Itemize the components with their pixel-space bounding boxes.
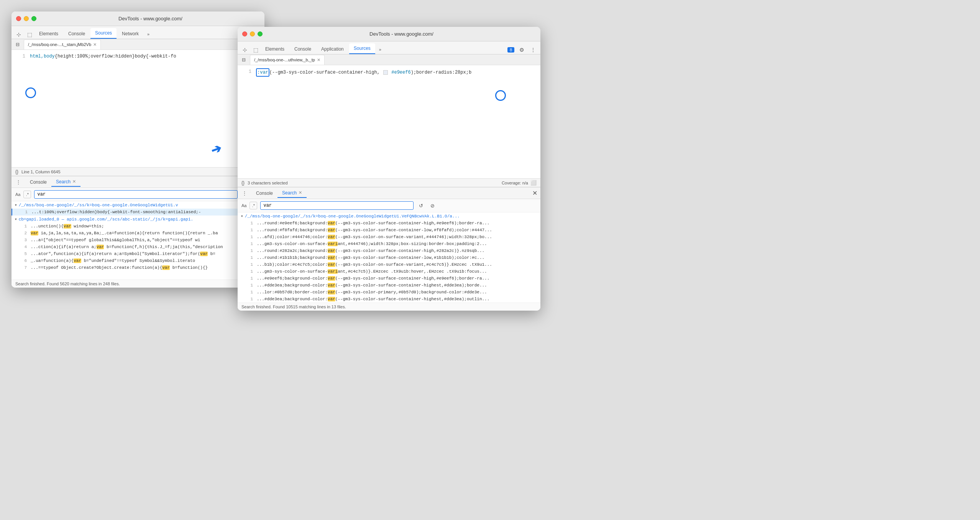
right-refresh-btn[interactable]: ↺ xyxy=(417,201,425,210)
right-result-file-1-header[interactable]: ▾ /_/mss/boq-one-google/_/ss/k=boq-one-g… xyxy=(238,212,540,220)
left-result-row-1-1[interactable]: 1 ...t:100%;overflow:hidden}body{-webkit… xyxy=(11,209,264,216)
left-aa-label[interactable]: Aa xyxy=(15,192,20,197)
right-aa-label[interactable]: Aa xyxy=(241,203,246,208)
left-search-results: ▾ /_/mss/boq-one-google/_/ss/k=boq-one-g… xyxy=(11,201,264,280)
right-blue-circle xyxy=(495,90,506,101)
sidebar-toggle-left[interactable]: ⊟ xyxy=(14,41,21,48)
left-title-text: DevTools - www.google.com/ xyxy=(41,16,260,21)
right-settings-icon[interactable]: ⚙ xyxy=(517,46,526,54)
left-title-bar: DevTools - www.google.com/ xyxy=(11,12,264,26)
maximize-button-left[interactable] xyxy=(31,16,36,21)
tab-sources-right[interactable]: Sources xyxy=(349,43,375,54)
right-code-area: 1 :var(--gm3-sys-color-surface-container… xyxy=(238,65,540,178)
left-status-text: Line 1, Column 6645 xyxy=(21,169,61,174)
left-file-tab[interactable]: /_/mss/boq-one-...t,_stam,jMb2Vb ✕ xyxy=(24,39,101,49)
right-file-tab[interactable]: /_/mss/boq-one-...uthview,_b,_tp ✕ xyxy=(250,55,325,65)
right-search-results: ▾ /_/mss/boq-one-google/_/ss/k=boq-one-g… xyxy=(238,212,540,303)
left-panel-more-icon[interactable]: ⋮ xyxy=(15,178,22,186)
left-file-tab-bar: ⊟ /_/mss/boq-one-...t,_stam,jMb2Vb ✕ xyxy=(11,39,264,50)
left-result-row-2-5[interactable]: 5 ...ator",function(a){if(a)return a;a=S… xyxy=(11,250,264,257)
tab-elements-left[interactable]: Elements xyxy=(34,29,63,39)
right-file-tab-name: /_/mss/boq-one-...uthview,_b,_tp xyxy=(254,58,315,62)
right-device-icon[interactable]: ⬚ xyxy=(251,46,260,54)
tab-elements-right[interactable]: Elements xyxy=(261,44,289,54)
right-result-row-2[interactable]: 1 ...round:#f8fafd;background:var(--gm3-… xyxy=(238,227,540,234)
left-result-file-2-name: cb=gapi.loaded_0 — apis.google.com/_/scs… xyxy=(19,217,193,222)
right-file-tab-close[interactable]: ✕ xyxy=(317,58,320,63)
traffic-lights-left xyxy=(16,16,36,21)
minimize-button-left[interactable] xyxy=(24,16,29,21)
right-status-text: 3 characters selected xyxy=(248,181,288,185)
right-result-row-11[interactable]: 1 ...lor:#0b57d0;border-color:var(--gm3-… xyxy=(238,289,540,296)
right-result-row-12[interactable]: 1 ...#dde3ea;background-color:var(--gm3-… xyxy=(238,296,540,303)
left-result-row-2-1[interactable]: 1 ...unction(){var window=this; xyxy=(11,223,264,230)
tab-application-right[interactable]: Application xyxy=(317,44,348,54)
left-result-row-2-3[interactable]: 3 ...a=["object"==typeof globalThis&&glo… xyxy=(11,237,264,244)
right-search-status: Search finished. Found 10515 matching li… xyxy=(238,303,540,311)
right-search-close[interactable]: ✕ xyxy=(299,190,302,195)
right-panel-close-btn[interactable]: ✕ xyxy=(532,189,537,197)
tab-console-right[interactable]: Console xyxy=(290,44,316,54)
right-result-row-5[interactable]: 1 ...round:#282a2c;background:var(--gm3-… xyxy=(238,247,540,254)
close-button-left[interactable] xyxy=(16,16,21,21)
maximize-button-right[interactable] xyxy=(258,31,263,36)
right-result-row-6[interactable]: 1 ...round:#1b1b1b;background:var(--gm3-… xyxy=(238,254,540,261)
right-result-row-1[interactable]: 1 ...round:#e9eef6;background:var(--gm3-… xyxy=(238,220,540,227)
right-result-row-9[interactable]: 1 ...#e9eef6;background-color:var(--gm3-… xyxy=(238,275,540,282)
left-panel-tab-bar: ⋮ Console Search ✕ xyxy=(11,176,264,188)
left-file-tab-close[interactable]: ✕ xyxy=(93,42,97,47)
right-title-bar: DevTools - www.google.com/ xyxy=(238,27,540,41)
right-more-icon[interactable]: ⋮ xyxy=(529,46,537,54)
left-search-bar: Aa .* ↺ ⊘ xyxy=(11,188,264,201)
sidebar-toggle-right[interactable]: ⊟ xyxy=(240,56,248,64)
right-tab-bar: ⊹ ⬚ Elements Console Application Sources… xyxy=(238,41,540,54)
inspect-icon[interactable]: ⊹ xyxy=(15,30,23,39)
right-result-row-4[interactable]: 1 ...gm3-sys-color-on-surface-variant,#4… xyxy=(238,240,540,247)
right-result-row-10[interactable]: 1 ...#dde3ea;background-color:var(--gm3-… xyxy=(238,282,540,289)
code-text-1: html,body{height:100%;overflow:hidden}bo… xyxy=(30,53,176,60)
tab-sources-left[interactable]: Sources xyxy=(90,28,117,39)
left-result-file-1-header[interactable]: ▾ /_/mss/boq-one-google/_/ss/k=boq-one-g… xyxy=(11,201,264,209)
right-regex-label[interactable]: .* xyxy=(250,202,257,209)
right-tab-console[interactable]: Console xyxy=(251,189,277,197)
left-tab-console[interactable]: Console xyxy=(25,178,51,186)
left-result-row-2-6[interactable]: 6 _.ua=function(a){var b="undefined"!=ty… xyxy=(11,257,264,264)
tab-console-left[interactable]: Console xyxy=(64,29,90,39)
left-code-area: 1 html,body{height:100%;overflow:hidden}… xyxy=(11,50,264,167)
tab-network-left[interactable]: Network xyxy=(117,29,143,39)
right-inspect-icon[interactable]: ⊹ xyxy=(241,46,249,54)
right-result-row-3[interactable]: 1 ...afd);color:#444746;color:var(--gm3-… xyxy=(238,234,540,240)
right-result-file-1-name: /_/mss/boq-one-google/_/ss/k=boq-one-goo… xyxy=(245,214,460,219)
right-search-input[interactable] xyxy=(260,201,414,210)
left-tab-search[interactable]: Search ✕ xyxy=(51,178,80,187)
right-panel-tab-bar: ⋮ Console Search ✕ ✕ xyxy=(238,188,540,199)
minimize-button-right[interactable] xyxy=(250,31,255,36)
tab-more-left[interactable]: » xyxy=(144,30,153,39)
left-bottom-panel: ⋮ Console Search ✕ Aa .* ↺ ⊘ xyxy=(11,176,264,288)
right-coverage-text: Coverage: n/a xyxy=(502,181,528,185)
left-result-row-2-4[interactable]: 4 ...ction(a){if(a)return a;var b=functi… xyxy=(11,244,264,250)
right-code-line-1: 1 :var(--gm3-sys-color-surface-container… xyxy=(238,68,540,77)
device-icon[interactable]: ⬚ xyxy=(25,30,34,39)
right-tab-search[interactable]: Search ✕ xyxy=(277,189,307,198)
left-regex-label[interactable]: .* xyxy=(23,191,31,198)
right-coverage-icon[interactable]: ⬜ xyxy=(530,180,537,186)
left-file-tab-name: /_/mss/boq-one-...t,_stam,jMb2Vb xyxy=(28,42,91,47)
left-result-file-2-header[interactable]: ▾ cb=gapi.loaded_0 — apis.google.com/_/s… xyxy=(11,216,264,223)
left-result-row-2-2[interactable]: 2 var ia,ja,la,sa,ta,xa,ya,Ba;_.ca=funct… xyxy=(11,230,264,237)
right-title-text: DevTools - www.google.com/ xyxy=(267,31,536,37)
tab-more-right[interactable]: » xyxy=(376,45,384,54)
left-search-close[interactable]: ✕ xyxy=(72,179,76,184)
right-result-row-8[interactable]: 1 ...gm3-sys-color-on-surface-variant,#c… xyxy=(238,268,540,275)
right-panel-more-icon[interactable]: ⋮ xyxy=(241,189,248,197)
right-clear-btn[interactable]: ⊘ xyxy=(428,201,437,210)
left-result-row-2-7[interactable]: 7 ...==typeof Object.create?Object.creat… xyxy=(11,264,264,271)
badge-count: 8 xyxy=(507,47,514,53)
line-number-1: 1 xyxy=(15,53,25,60)
left-search-input[interactable] xyxy=(34,190,238,199)
right-code-text-1: :var(--gm3-sys-color-surface-container-h… xyxy=(256,68,471,77)
right-result-row-7[interactable]: 1 ...b1b);color:#c4c7c5;color:var(--gm3-… xyxy=(238,261,540,268)
close-button-right[interactable] xyxy=(242,31,247,36)
traffic-lights-right xyxy=(242,31,263,36)
left-result-file-1-name: /_/mss/boq-one-google/_/ss/k=boq-one-goo… xyxy=(19,203,178,207)
